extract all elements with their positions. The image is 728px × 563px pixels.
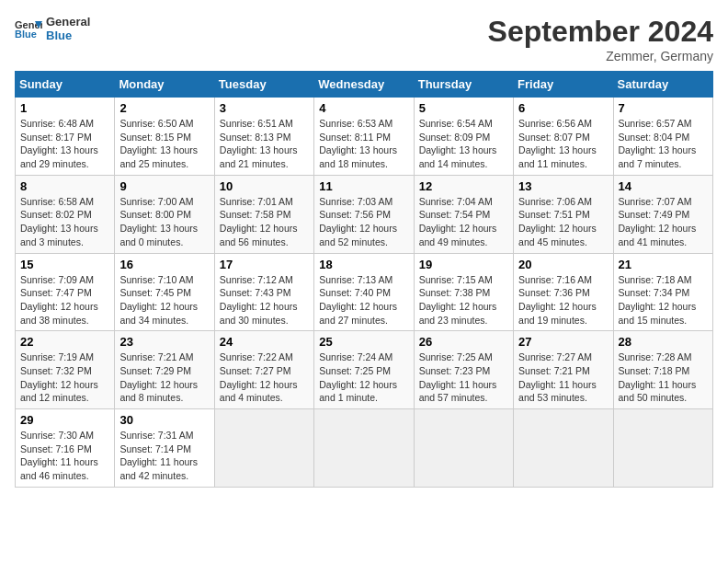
day-info: Sunrise: 7:19 AMSunset: 7:32 PMDaylight:… [20, 350, 109, 405]
calendar-week-3: 15Sunrise: 7:09 AMSunset: 7:47 PMDayligh… [16, 253, 713, 331]
logo-general: General [46, 15, 90, 29]
day-number: 18 [319, 258, 408, 271]
calendar-cell: 23Sunrise: 7:21 AMSunset: 7:29 PMDayligh… [115, 331, 214, 409]
calendar-cell [414, 409, 513, 488]
day-number: 12 [419, 179, 508, 193]
calendar-cell: 27Sunrise: 7:27 AMSunset: 7:21 PMDayligh… [514, 331, 613, 409]
day-info: Sunrise: 7:04 AMSunset: 7:54 PMDaylight:… [419, 195, 508, 249]
day-info: Sunrise: 6:51 AMSunset: 8:13 PMDaylight:… [220, 117, 309, 171]
calendar-cell: 1Sunrise: 6:48 AMSunset: 8:17 PMDaylight… [16, 98, 115, 176]
day-number: 15 [20, 258, 109, 271]
calendar-cell: 14Sunrise: 7:07 AMSunset: 7:49 PMDayligh… [613, 175, 712, 253]
calendar-cell: 6Sunrise: 6:56 AMSunset: 8:07 PMDaylight… [514, 98, 613, 176]
day-info: Sunrise: 7:07 AMSunset: 7:49 PMDaylight:… [619, 195, 708, 249]
day-info: Sunrise: 7:01 AMSunset: 7:58 PMDaylight:… [220, 195, 309, 249]
calendar-cell: 9Sunrise: 7:00 AMSunset: 8:00 PMDaylight… [115, 175, 214, 253]
day-info: Sunrise: 7:03 AMSunset: 7:56 PMDaylight:… [319, 195, 408, 249]
calendar-cell: 30Sunrise: 7:31 AMSunset: 7:14 PMDayligh… [115, 409, 214, 488]
calendar-cell [514, 409, 613, 488]
calendar-cell: 18Sunrise: 7:13 AMSunset: 7:40 PMDayligh… [314, 253, 414, 331]
day-number: 28 [619, 335, 708, 349]
day-number: 11 [319, 179, 408, 193]
calendar-cell [613, 409, 712, 488]
day-info: Sunrise: 7:22 AMSunset: 7:27 PMDaylight:… [220, 350, 309, 405]
day-info: Sunrise: 7:13 AMSunset: 7:40 PMDaylight:… [319, 273, 408, 327]
col-header-thursday: Thursday [414, 72, 513, 98]
day-number: 24 [220, 335, 309, 349]
calendar-cell: 16Sunrise: 7:10 AMSunset: 7:45 PMDayligh… [115, 253, 214, 331]
day-number: 21 [619, 258, 708, 271]
day-info: Sunrise: 7:21 AMSunset: 7:29 PMDaylight:… [119, 350, 209, 405]
calendar-cell: 25Sunrise: 7:24 AMSunset: 7:25 PMDayligh… [314, 331, 414, 409]
calendar-header-row: SundayMondayTuesdayWednesdayThursdayFrid… [16, 72, 713, 98]
day-number: 10 [220, 179, 309, 193]
day-number: 5 [419, 101, 508, 115]
location: Zemmer, Germany [488, 49, 713, 63]
day-info: Sunrise: 6:58 AMSunset: 8:02 PMDaylight:… [20, 195, 109, 249]
day-info: Sunrise: 7:27 AMSunset: 7:21 PMDaylight:… [518, 350, 608, 405]
day-number: 14 [619, 179, 708, 193]
day-number: 26 [419, 335, 508, 349]
day-info: Sunrise: 7:16 AMSunset: 7:36 PMDaylight:… [518, 273, 608, 327]
calendar-cell: 28Sunrise: 7:28 AMSunset: 7:18 PMDayligh… [613, 331, 712, 409]
day-info: Sunrise: 7:00 AMSunset: 8:00 PMDaylight:… [119, 195, 209, 249]
day-info: Sunrise: 7:09 AMSunset: 7:47 PMDaylight:… [20, 273, 109, 327]
col-header-wednesday: Wednesday [314, 72, 414, 98]
calendar-week-5: 29Sunrise: 7:30 AMSunset: 7:16 PMDayligh… [16, 409, 713, 488]
day-number: 16 [119, 258, 209, 271]
day-info: Sunrise: 7:10 AMSunset: 7:45 PMDaylight:… [119, 273, 209, 327]
calendar-cell: 4Sunrise: 6:53 AMSunset: 8:11 PMDaylight… [314, 98, 414, 176]
col-header-tuesday: Tuesday [214, 72, 313, 98]
day-number: 13 [518, 179, 608, 193]
logo-icon: General Blue [15, 17, 42, 40]
calendar-cell: 22Sunrise: 7:19 AMSunset: 7:32 PMDayligh… [16, 331, 115, 409]
day-info: Sunrise: 6:48 AMSunset: 8:17 PMDaylight:… [20, 117, 109, 171]
day-info: Sunrise: 6:54 AMSunset: 8:09 PMDaylight:… [419, 117, 508, 171]
day-number: 4 [319, 101, 408, 115]
month-title: September 2024 [488, 15, 713, 49]
calendar-cell: 8Sunrise: 6:58 AMSunset: 8:02 PMDaylight… [16, 175, 115, 253]
calendar-cell: 19Sunrise: 7:15 AMSunset: 7:38 PMDayligh… [414, 253, 513, 331]
day-number: 29 [20, 413, 109, 427]
calendar-cell: 7Sunrise: 6:57 AMSunset: 8:04 PMDaylight… [613, 98, 712, 176]
day-info: Sunrise: 7:31 AMSunset: 7:14 PMDaylight:… [119, 429, 209, 483]
day-info: Sunrise: 6:53 AMSunset: 8:11 PMDaylight:… [319, 117, 408, 171]
day-info: Sunrise: 7:12 AMSunset: 7:43 PMDaylight:… [220, 273, 309, 327]
calendar-cell [214, 409, 313, 488]
calendar-cell [314, 409, 414, 488]
day-info: Sunrise: 6:56 AMSunset: 8:07 PMDaylight:… [518, 117, 608, 171]
calendar-week-1: 1Sunrise: 6:48 AMSunset: 8:17 PMDaylight… [16, 98, 713, 176]
col-header-friday: Friday [514, 72, 613, 98]
day-number: 27 [518, 335, 608, 349]
calendar-cell: 26Sunrise: 7:25 AMSunset: 7:23 PMDayligh… [414, 331, 513, 409]
day-info: Sunrise: 6:50 AMSunset: 8:15 PMDaylight:… [119, 117, 209, 171]
title-block: September 2024 Zemmer, Germany [488, 15, 713, 63]
day-number: 1 [20, 101, 109, 115]
day-info: Sunrise: 7:15 AMSunset: 7:38 PMDaylight:… [419, 273, 508, 327]
calendar-cell: 3Sunrise: 6:51 AMSunset: 8:13 PMDaylight… [214, 98, 313, 176]
day-number: 23 [119, 335, 209, 349]
calendar-cell: 2Sunrise: 6:50 AMSunset: 8:15 PMDaylight… [115, 98, 214, 176]
col-header-monday: Monday [115, 72, 214, 98]
calendar-week-2: 8Sunrise: 6:58 AMSunset: 8:02 PMDaylight… [16, 175, 713, 253]
calendar-table: SundayMondayTuesdayWednesdayThursdayFrid… [15, 71, 713, 488]
logo-blue: Blue [46, 29, 90, 42]
svg-text:Blue: Blue [15, 29, 37, 40]
calendar-cell: 21Sunrise: 7:18 AMSunset: 7:34 PMDayligh… [613, 253, 712, 331]
calendar-cell: 20Sunrise: 7:16 AMSunset: 7:36 PMDayligh… [514, 253, 613, 331]
day-info: Sunrise: 7:28 AMSunset: 7:18 PMDaylight:… [619, 350, 708, 405]
day-info: Sunrise: 7:25 AMSunset: 7:23 PMDaylight:… [419, 350, 508, 405]
day-number: 17 [220, 258, 309, 271]
day-number: 8 [20, 179, 109, 193]
day-number: 30 [119, 413, 209, 427]
day-number: 7 [619, 101, 708, 115]
day-number: 3 [220, 101, 309, 115]
calendar-cell: 24Sunrise: 7:22 AMSunset: 7:27 PMDayligh… [214, 331, 313, 409]
day-number: 22 [20, 335, 109, 349]
day-number: 6 [518, 101, 608, 115]
col-header-saturday: Saturday [613, 72, 712, 98]
day-number: 9 [119, 179, 209, 193]
day-number: 20 [518, 258, 608, 271]
day-number: 25 [319, 335, 408, 349]
page-header: General Blue General Blue September 2024… [15, 15, 713, 63]
